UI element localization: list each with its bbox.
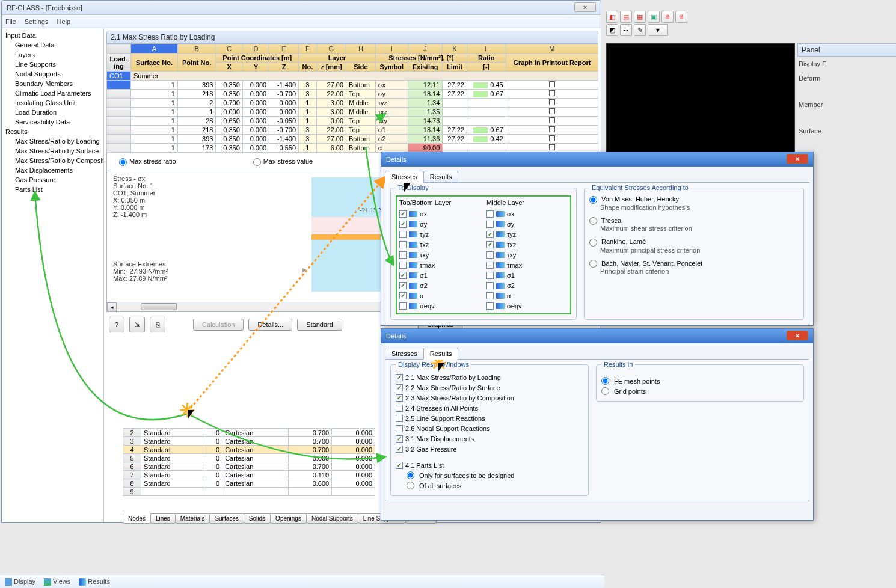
results-table[interactable]: ABCDEFGHIJKLM Load- ing Surface No. Poin… [106, 44, 598, 153]
result-window-check[interactable]: 2.4 Stresses in All Points [396, 403, 583, 413]
radio-grid-points[interactable]: Grid points [601, 386, 799, 396]
table-row[interactable]: 3Standard0Cartesian0.7000.000 [123, 437, 375, 446]
export-icon-button[interactable]: ⇲ [129, 317, 145, 332]
calculation-button[interactable]: Calculation [193, 319, 244, 331]
tb-icon-b[interactable]: ☷ [620, 24, 632, 36]
menu-help[interactable]: Help [57, 18, 70, 25]
radio-only-surfaces[interactable]: Only for surfaces to be designed [396, 470, 583, 480]
tb-icon-4[interactable]: ▣ [648, 11, 660, 23]
table-row[interactable]: 1218 0.3500.000-0.700 322.00Top σ1 18.14… [107, 126, 598, 135]
stress-check-τxz[interactable]: τxz [399, 239, 480, 250]
table-row[interactable]: 12 0.7000.0000.000 13.00Middle τyz 1.34 [107, 99, 598, 108]
scroll-left-button[interactable]: ◂ [107, 302, 117, 311]
table-row[interactable]: 8Standard0Cartesian0.6000.000 [123, 479, 375, 488]
stress-check-α[interactable]: α [399, 290, 480, 301]
stress-check-σx[interactable]: σx [399, 209, 480, 219]
window-title-bar[interactable]: RF-GLASS - [Ergebnisse] × [2, 1, 601, 15]
result-window-check[interactable]: 2.2 Max Stress/Ratio by Surface [396, 382, 583, 393]
tb-icon-pdf1[interactable]: 🗎 [661, 11, 674, 23]
tb-icon-c[interactable]: ✎ [634, 24, 646, 36]
table-row[interactable]: 5Standard0Cartesian0.0000.000 [123, 454, 375, 462]
dialog2-close-button[interactable]: × [787, 331, 808, 340]
tree-item[interactable]: Layers [2, 50, 103, 60]
tb-icon-pdf2[interactable]: 🗎 [675, 11, 687, 23]
eq-stress-radio[interactable]: TrescaMaximum shear stress criterion [589, 217, 799, 233]
tree-item[interactable]: Serviceability Data [2, 117, 103, 127]
bottom-tab[interactable]: Surfaces [209, 513, 244, 524]
dialog1-tab-results[interactable]: Results [423, 171, 459, 183]
table-row[interactable]: 4Standard0Cartesian0.7000.000 [123, 446, 375, 454]
stress-check-σ1[interactable]: σ1 [486, 270, 568, 280]
radio-max-stress-value[interactable]: Max stress value [253, 158, 313, 166]
check-parts-list[interactable]: 4.1 Parts List [396, 460, 583, 470]
bottom-tab[interactable]: Materials [175, 513, 210, 524]
tb-icon-a[interactable]: ◩ [606, 24, 618, 36]
stress-check-σeqv[interactable]: σeqv [486, 301, 568, 311]
bottom-table[interactable]: 2Standard0Cartesian0.7000.000 3Standard0… [123, 428, 375, 496]
tree-item[interactable]: Boundary Members [2, 79, 103, 88]
bottom-tab[interactable]: Openings [270, 513, 307, 524]
stress-check-τmax[interactable]: τmax [486, 260, 568, 270]
table-row[interactable]: 7Standard0Cartesian0.1100.000 [123, 471, 375, 479]
stress-check-σ1[interactable]: σ1 [399, 270, 480, 280]
result-window-check[interactable]: 3.2 Gas Pressure [396, 444, 583, 454]
eq-stress-radio[interactable]: Bach, Navier, St. Venant, PonceletPrinci… [589, 260, 799, 275]
stress-check-τmax[interactable]: τmax [399, 260, 480, 270]
tb-icon-d[interactable]: ▼ [648, 24, 668, 36]
details-dialog-stresses[interactable]: Details× Stresses Results To Display Top… [381, 152, 814, 326]
tree-item[interactable]: Max Displacements [2, 165, 103, 175]
tree-item[interactable]: Line Supports [2, 60, 103, 69]
stress-check-τyz[interactable]: τyz [486, 229, 568, 239]
stress-check-τxy[interactable]: τxy [486, 250, 568, 260]
tree-item[interactable]: Load Duration [2, 108, 103, 117]
scroll-thumb[interactable] [141, 303, 177, 310]
table-row[interactable]: 128 0.6500.000-0.050 10.00Top τxy 14.73 [107, 117, 598, 126]
table-row[interactable]: 1218 0.3500.000-0.700 322.00Top σy 18.14… [107, 90, 598, 99]
result-window-check[interactable]: 3.1 Max Displacements [396, 433, 583, 444]
cell-co1[interactable]: CO1 [107, 72, 131, 81]
standard-button[interactable]: Standard [297, 319, 342, 331]
dialog1-tab-stresses[interactable]: Stresses [385, 171, 424, 183]
table-row[interactable]: 1393 0.3500.000-1.400 327.00Bottom σx 12… [107, 81, 598, 90]
menu-settings[interactable]: Settings [25, 18, 49, 25]
tree-item[interactable]: Parts List [2, 185, 103, 194]
cell-summer[interactable]: Summer [131, 72, 598, 81]
tree-item[interactable]: Nodal Supports [2, 69, 103, 79]
tb-icon-3[interactable]: ▦ [634, 11, 646, 23]
dialog1-close-button[interactable]: × [787, 154, 808, 164]
radio-max-stress-ratio[interactable]: Max stress ratio [119, 158, 176, 166]
stress-check-α[interactable]: α [486, 290, 568, 301]
stress-check-σ2[interactable]: σ2 [399, 280, 480, 290]
stress-check-τxz[interactable]: τxz [486, 239, 568, 250]
details-button[interactable]: Details... [248, 319, 292, 331]
stress-check-σy[interactable]: σy [486, 219, 568, 229]
stress-check-σ2[interactable]: σ2 [486, 280, 568, 290]
table-row[interactable]: 11 0.0000.0000.000 13.00Middle τxz 1.35 [107, 108, 598, 117]
table-row[interactable]: 9 [123, 488, 375, 496]
attach-icon-button[interactable]: ⎘ [150, 317, 165, 332]
details-dialog-results[interactable]: Details× Stresses Results Display Result… [381, 328, 814, 521]
tree-header-input[interactable]: Input Data [2, 31, 103, 40]
result-window-check[interactable]: 2.3 Max Stress/Ratio by Composition [396, 393, 583, 403]
tree-item[interactable]: Climatic Load Parameters [2, 88, 103, 98]
result-window-check[interactable]: 2.5 Line Support Reactions [396, 413, 583, 423]
stress-check-σy[interactable]: σy [399, 219, 480, 229]
status-results[interactable]: Results [79, 578, 110, 586]
menu-file[interactable]: File [5, 18, 16, 25]
window-close-button[interactable]: × [574, 2, 596, 12]
tree-item[interactable]: Max Stress/Ratio by Composition [2, 156, 103, 165]
dialog2-tab-stresses[interactable]: Stresses [385, 348, 424, 360]
radio-all-surfaces[interactable]: Of all surfaces [396, 480, 583, 491]
status-display[interactable]: Display [5, 578, 35, 586]
bottom-tab[interactable]: Lines [150, 513, 176, 524]
stress-check-σx[interactable]: σx [486, 209, 568, 219]
dialog2-tab-results[interactable]: Results [423, 348, 459, 360]
tree-item[interactable]: Max Stress/Ratio by Loading [2, 136, 103, 146]
stress-check-σeqv[interactable]: σeqv [399, 301, 480, 311]
tree-item[interactable]: General Data [2, 40, 103, 50]
table-row[interactable]: 2Standard0Cartesian0.7000.000 [123, 429, 375, 437]
chart-collapse-icon[interactable]: ▸ [302, 265, 307, 274]
bottom-tab[interactable]: Nodes [123, 513, 151, 524]
bottom-tab[interactable]: Solids [244, 513, 271, 524]
eq-stress-radio[interactable]: Von Mises, Huber, HenckyShape modificati… [589, 195, 799, 211]
